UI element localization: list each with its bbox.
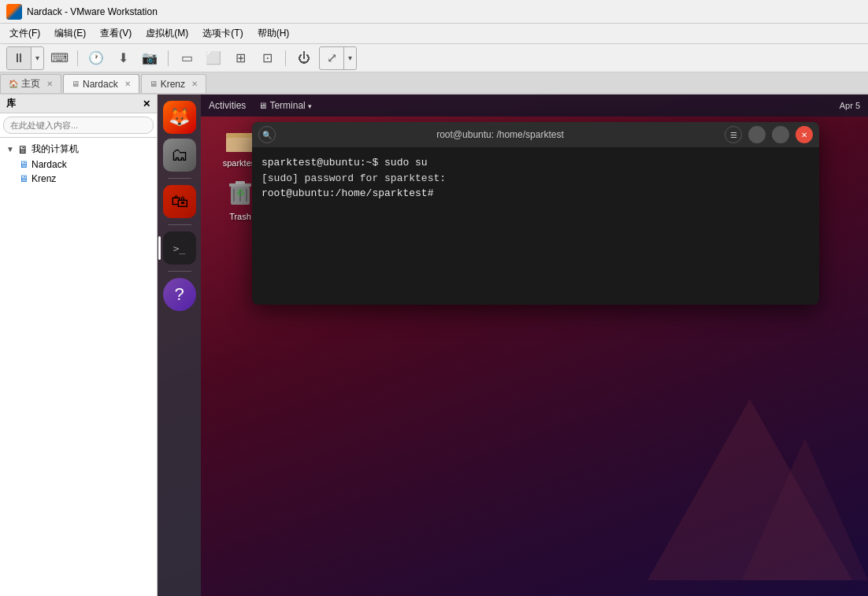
svg-rect-6 xyxy=(236,181,245,184)
topbar-right: Apr 5 xyxy=(840,101,860,110)
svg-text:♻: ♻ xyxy=(236,187,245,198)
snapshot-manager-button[interactable]: 📷 xyxy=(138,47,161,69)
tab-nardack-label: Nardack xyxy=(83,79,118,90)
ubuntu-topbar: Activities 🖥 Terminal ▾ Apr 5 xyxy=(201,94,868,117)
dock-divider-3 xyxy=(168,271,191,272)
menu-edit[interactable]: 编辑(E) xyxy=(48,25,92,42)
vm-krenz-icon: 🖥 xyxy=(19,173,28,184)
sidebar-item-krenz[interactable]: 🖥 Krenz xyxy=(0,172,157,186)
terminal-icon: >_ xyxy=(173,242,186,254)
terminal-line-3: root@ubuntu:/home/sparktest# xyxy=(262,186,810,202)
terminal-titlebar: 🔍 root@ubuntu: /home/sparktest ☰ − □ ✕ xyxy=(252,122,819,147)
dock-divider xyxy=(168,178,191,179)
terminal-menu-button[interactable]: ☰ xyxy=(725,126,742,143)
topbar-left: Activities 🖥 Terminal ▾ xyxy=(209,100,312,111)
toolbar: ⏸ ▾ ⌨ 🕐 ⬇ 📷 ▭ ⬜ ⊞ ⊡ ⏻ ⤢ ▾ xyxy=(0,44,868,72)
power-button[interactable]: ⏻ xyxy=(292,47,316,69)
terminal-search-button[interactable]: 🔍 xyxy=(258,126,276,143)
sidebar-krenz-label: Krenz xyxy=(32,173,56,184)
fullscreen-dropdown[interactable]: ▾ xyxy=(343,47,356,69)
dock-divider-2 xyxy=(168,224,191,225)
revert-button[interactable]: ⬇ xyxy=(111,47,135,69)
expand-icon: ▼ xyxy=(6,145,14,154)
menu-help[interactable]: 帮助(H) xyxy=(251,25,296,42)
activities-label[interactable]: Activities xyxy=(209,100,246,111)
vm-nardack-icon: 🖥 xyxy=(19,159,28,170)
firefox-icon: 🦊 xyxy=(169,107,190,128)
sidebar-tree: ▼ 🖥 我的计算机 🖥 Nardack 🖥 Krenz xyxy=(0,138,157,189)
sidebar-nardack-label: Nardack xyxy=(32,159,67,170)
dock-firefox[interactable]: 🦊 xyxy=(163,101,196,134)
dock-help[interactable]: ? xyxy=(163,278,196,311)
fullscreen-button[interactable]: ⬜ xyxy=(202,47,225,69)
tab-krenz-label: Krenz xyxy=(161,79,185,90)
terminal-content[interactable]: sparktest@ubuntu:~$ sudo su [sudo] passw… xyxy=(252,147,819,305)
normal-view-button[interactable]: ▭ xyxy=(175,47,198,69)
sidebar-title: 库 xyxy=(6,97,16,110)
terminal-label: 🖥 Terminal ▾ xyxy=(258,100,312,111)
ubuntu-dock: 🦊 🗂 🛍 >_ ? xyxy=(158,94,201,596)
menubar: 文件(F) 编辑(E) 查看(V) 虚拟机(M) 选项卡(T) 帮助(H) xyxy=(0,24,868,44)
files-icon: 🗂 xyxy=(171,145,188,165)
home-tab-icon: 🏠 xyxy=(9,80,18,88)
appstore-icon: 🛍 xyxy=(171,191,188,212)
pause-btn-group: ⏸ ▾ xyxy=(6,46,44,70)
menu-view[interactable]: 查看(V) xyxy=(94,25,138,42)
computer-icon: 🖥 xyxy=(17,143,28,156)
ubuntu-desktop[interactable]: 🦊 🗂 🛍 >_ ? xyxy=(158,94,868,596)
sidebar-close-icon[interactable]: ✕ xyxy=(143,98,150,109)
terminal-window[interactable]: 🔍 root@ubuntu: /home/sparktest ☰ − □ ✕ s… xyxy=(252,122,819,305)
toolbar-separator-2 xyxy=(168,50,169,66)
sidebar-header: 库 ✕ xyxy=(0,94,157,113)
terminal-icon-small: 🖥 xyxy=(258,101,269,110)
dock-appstore[interactable]: 🛍 xyxy=(163,185,196,218)
help-icon: ? xyxy=(174,284,184,305)
terminal-close-button[interactable]: ✕ xyxy=(796,126,813,143)
main-layout: 库 ✕ ▼ 🖥 我的计算机 🖥 Nardack 🖥 Krenz xyxy=(0,94,868,596)
tab-home[interactable]: 🏠 主页 ✕ xyxy=(0,74,61,93)
menu-vm[interactable]: 虚拟机(M) xyxy=(139,25,195,42)
pause-dropdown[interactable]: ▾ xyxy=(31,47,43,69)
pause-button[interactable]: ⏸ xyxy=(7,47,31,69)
toolbar-separator-3 xyxy=(285,50,286,66)
menu-file[interactable]: 文件(F) xyxy=(3,25,46,42)
toolbar-separator-1 xyxy=(77,50,78,66)
terminal-maximize-button[interactable]: □ xyxy=(772,126,789,143)
sidebar-search-container xyxy=(0,113,157,138)
tab-krenz[interactable]: 🖥 Krenz ✕ xyxy=(141,74,206,93)
dock-files[interactable]: 🗂 xyxy=(163,139,196,172)
menu-tabs[interactable]: 选项卡(T) xyxy=(196,25,249,42)
sidebar: 库 ✕ ▼ 🖥 我的计算机 🖥 Nardack 🖥 Krenz xyxy=(0,94,158,596)
tree-root-label: 我的计算机 xyxy=(32,143,79,156)
tab-nardack-close[interactable]: ✕ xyxy=(124,80,131,88)
terminal-line-1: sparktest@ubuntu:~$ sudo su xyxy=(262,155,810,171)
terminal-text[interactable]: Terminal xyxy=(269,100,305,111)
tab-home-label: 主页 xyxy=(21,77,40,91)
window-title: Nardack - VMware Workstation xyxy=(27,6,158,17)
svg-rect-3 xyxy=(226,138,254,152)
dock-terminal[interactable]: >_ xyxy=(163,231,196,265)
titlebar: Nardack - VMware Workstation xyxy=(0,0,868,24)
send-ctrl-alt-del-button[interactable]: ⌨ xyxy=(47,47,71,69)
krenz-tab-icon: 🖥 xyxy=(150,80,158,88)
fullscreen-btn-group: ⤢ ▾ xyxy=(319,46,357,70)
nardack-tab-icon: 🖥 xyxy=(72,80,80,88)
snapshot-button[interactable]: 🕐 xyxy=(84,47,108,69)
ubuntu-decoration xyxy=(632,360,868,596)
sidebar-item-nardack[interactable]: 🖥 Nardack xyxy=(0,157,157,172)
unity-button[interactable]: ⊞ xyxy=(228,47,252,69)
terminal-dropdown-icon[interactable]: ▾ xyxy=(308,102,312,110)
tabs-bar: 🏠 主页 ✕ 🖥 Nardack ✕ 🖥 Krenz ✕ xyxy=(0,72,868,94)
tree-root[interactable]: ▼ 🖥 我的计算机 xyxy=(0,141,157,157)
sidebar-search-input[interactable] xyxy=(3,117,154,134)
topbar-date: Apr 5 xyxy=(840,101,860,110)
tab-home-close[interactable]: ✕ xyxy=(46,80,53,88)
trash-label: Trash xyxy=(229,212,251,221)
autofit-button[interactable]: ⊡ xyxy=(255,47,279,69)
tab-krenz-close[interactable]: ✕ xyxy=(191,80,198,88)
terminal-minimize-button[interactable]: − xyxy=(748,126,766,143)
vm-area: 🦊 🗂 🛍 >_ ? xyxy=(158,94,868,596)
terminal-line-2: [sudo] password for sparktest: xyxy=(262,171,810,187)
tab-nardack[interactable]: 🖥 Nardack ✕ xyxy=(63,74,139,93)
enter-fullscreen-button[interactable]: ⤢ xyxy=(320,47,343,69)
